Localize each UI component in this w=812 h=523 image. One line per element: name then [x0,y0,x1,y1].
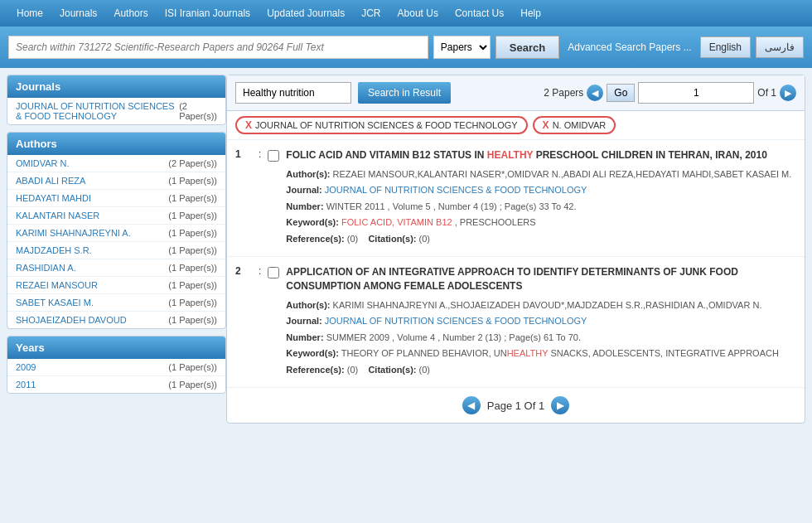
authors-header: Authors [7,133,225,155]
author-name-2[interactable]: HEDAYATI MAHDI [16,193,91,203]
nav-jcr[interactable]: JCR [353,0,389,27]
author-count-7: (1 Paper(s)) [168,280,217,290]
year-name-0[interactable]: 2009 [16,362,36,372]
title-part-0-1: PRESCHOOL CHILDREN IN TEHRAN, IRAN, 2010 [533,149,767,161]
page-number-input[interactable] [638,82,754,104]
remove-filter-0[interactable]: X [245,119,252,131]
result-separator-1: : [259,265,261,379]
number-label-0: Number: [286,201,323,211]
refs-label-0: Reference(s): [286,234,344,244]
author-name-1[interactable]: ABADI ALI REZA [16,176,85,186]
next-page-button[interactable]: ▶ [780,85,796,101]
years-header: Years [7,337,225,359]
author-name-6[interactable]: RASHIDIAN A. [16,263,76,273]
journal-name-0[interactable]: JOURNAL OF NUTRITION SCIENCES & FOOD TEC… [16,101,179,121]
years-section: Years 2009 (1 Paper(s)) 2011 (1 Paper(s)… [7,336,226,394]
journals-section: Journals JOURNAL OF NUTRITION SCIENCES &… [7,75,226,125]
main-layout: Journals JOURNAL OF NUTRITION SCIENCES &… [0,68,812,430]
nav-about[interactable]: About Us [389,0,447,27]
pagination-label: Page 1 Of 1 [487,400,544,412]
result-number-detail-0: Number: WINTER 2011 , Volume 5 , Number … [286,200,796,214]
journal-value-0[interactable]: JOURNAL OF NUTRITION SCIENCES & FOOD TEC… [325,185,587,195]
filter-tag-text-0: JOURNAL OF NUTRITION SCIENCES & FOOD TEC… [255,120,518,130]
author-name-5[interactable]: MAJDZADEH S.R. [16,245,92,255]
result-refs-0: Reference(s): (0) Citation(s): (0) [286,232,796,246]
result-keywords-0: Keyword(s): FOLIC ACID, VITAMIN B12 , PR… [286,215,796,230]
search-type-select[interactable]: Papers [433,36,491,59]
author-count-9: (1 Paper(s)) [168,315,217,325]
journal-value-1[interactable]: JOURNAL OF NUTRITION SCIENCES & FOOD TEC… [325,316,587,326]
result-item-0: 1 : FOLIC ACID AND VITAMIN B12 STATUS IN… [227,140,805,257]
year-count-1: (1 Paper(s)) [168,380,217,390]
result-number-1: 2 [235,265,252,379]
number-value-1: SUMMER 2009 , Volume 4 , Number 2 (13) ;… [326,332,581,342]
author-count-8: (1 Paper(s)) [168,298,217,308]
remove-filter-1[interactable]: X [543,119,549,131]
result-content-0: FOLIC ACID AND VITAMIN B12 STATUS IN HEA… [286,148,796,248]
citations-label-0: Citation(s): [368,234,416,244]
result-authors-1: Author(s): KARIMI SHAHNAJREYNI A.,SHOJAE… [286,298,796,312]
number-value-0: WINTER 2011 , Volume 5 , Number 4 (19) ;… [326,201,577,211]
nav-contact[interactable]: Contact Us [447,0,512,27]
keywords-rest-0: , PRESCHOOLERS [452,217,536,227]
lang-persian-button[interactable]: فارسی [756,36,804,58]
main-search-input[interactable] [8,36,428,59]
result-title-0[interactable]: FOLIC ACID AND VITAMIN B12 STATUS IN HEA… [286,148,796,162]
author-name-8[interactable]: SABET KASAEI M. [16,298,94,308]
nav-authors[interactable]: Authors [105,0,156,27]
search-button[interactable]: Search [495,36,559,59]
author-name-7[interactable]: REZAEI MANSOUR [16,280,98,290]
refs-value-1: (0) [347,365,358,375]
year-count-0: (1 Paper(s)) [168,362,217,372]
of-label: Of 1 [757,87,776,99]
result-number-detail-1: Number: SUMMER 2009 , Volume 4 , Number … [286,331,796,345]
search-in-result-input[interactable] [235,82,351,104]
nav-updated[interactable]: Updated Journals [259,0,353,27]
keywords-rest-1: SNACKS, ADOLESCENTS, INTEGRATIVE APPROAC… [548,348,779,358]
prev-page-button[interactable]: ◀ [587,85,603,101]
author-count-0: (2 Paper(s)) [168,158,217,168]
papers-count-text: 2 Papers [544,87,583,99]
pagination-bottom: ◀ Page 1 Of 1 ▶ [227,388,805,423]
authors-label-0: Author(s): [286,169,330,179]
lang-english-button[interactable]: English [700,36,751,58]
nav-journals[interactable]: Journals [51,0,105,27]
year-item-0: 2009 (1 Paper(s)) [7,359,225,376]
authors-value-0: REZAEI MANSOUR,KALANTARI NASER*,OMIDVAR … [333,169,792,179]
prev-page-bottom-button[interactable]: ◀ [462,396,481,414]
sidebar: Journals JOURNAL OF NUTRITION SCIENCES &… [7,75,226,424]
author-name-3[interactable]: KALANTARI NASER [16,211,99,220]
journal-count-0: (2 Paper(s)) [179,101,217,121]
author-item-8: SABET KASAEI M. (1 Paper(s)) [7,294,225,312]
search-in-result-button[interactable]: Search in Result [358,82,451,104]
author-name-9[interactable]: SHOJAEIZADEH DAVOUD [16,315,127,325]
nav-isi-iranian[interactable]: ISI Iranian Journals [157,0,259,27]
nav-help[interactable]: Help [512,0,549,27]
author-name-4[interactable]: KARIMI SHAHNAJREYNI A. [16,228,131,238]
author-item-9: SHOJAEIZADEH DAVOUD (1 Paper(s)) [7,312,225,328]
nav-home[interactable]: Home [8,0,51,27]
authors-section: Authors OMIDVAR N. (2 Paper(s)) ABADI AL… [7,132,226,329]
result-checkbox-1[interactable] [268,267,279,278]
author-name-0[interactable]: OMIDVAR N. [16,158,70,168]
year-name-1[interactable]: 2011 [16,380,36,390]
journal-item-0: JOURNAL OF NUTRITION SCIENCES & FOOD TEC… [7,98,225,124]
advanced-search-link[interactable]: Advanced Search Papers ... [564,41,694,53]
result-title-1[interactable]: APPLICATION OF AN INTEGRATIVE APPROACH T… [286,265,796,293]
search-bar: Papers Search Advanced Search Papers ...… [0,27,812,68]
go-button[interactable]: Go [607,84,635,102]
result-separator-0: : [259,148,261,248]
next-page-bottom-button[interactable]: ▶ [551,396,569,414]
journal-label-0: Journal: [286,185,321,195]
top-navigation: Home Journals Authors ISI Iranian Journa… [0,0,812,27]
filter-tags-area: X JOURNAL OF NUTRITION SCIENCES & FOOD T… [227,111,805,140]
author-count-4: (1 Paper(s)) [168,228,217,238]
keywords-highlight-1: HEALTHY [507,348,549,358]
filter-tag-1: X N. OMIDVAR [533,116,616,134]
authors-label-1: Author(s): [286,300,330,310]
result-journal-1: Journal: JOURNAL OF NUTRITION SCIENCES &… [286,314,796,328]
result-checkbox-0[interactable] [268,150,279,162]
result-content-1: APPLICATION OF AN INTEGRATIVE APPROACH T… [286,265,796,379]
author-item-5: MAJDZADEH S.R. (1 Paper(s)) [7,242,225,259]
citations-label-1: Citation(s): [368,365,416,375]
